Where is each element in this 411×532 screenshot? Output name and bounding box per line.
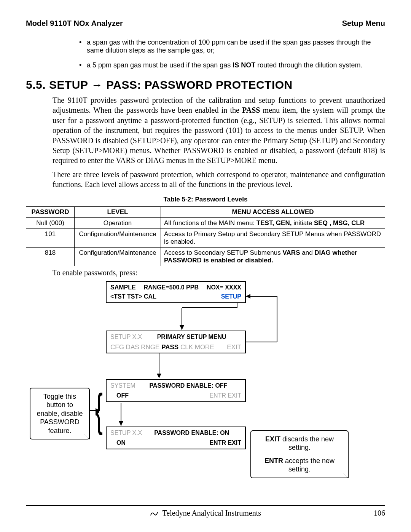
callout-toggle: Toggle this button to enable, disable PA… — [30, 388, 90, 440]
on-button: ON — [116, 439, 126, 446]
page-number: 106 — [374, 509, 385, 518]
password-levels-table: PASSWORD LEVEL MENU ACCESS ALLOWED Null … — [26, 206, 385, 266]
header-right: Setup Menu — [342, 19, 385, 28]
teledyne-logo-icon — [150, 510, 158, 516]
table-caption: Table 5-2: Password Levels — [26, 196, 385, 203]
entr-exit-button: ENTR EXIT — [209, 439, 241, 446]
screen-password-off: SYSTEMPASSWORD ENABLE: OFF OFFENTR EXIT — [106, 379, 246, 402]
screen-password-on: SETUP X.XPASSWORD ENABLE: ON ONENTR EXIT — [106, 427, 246, 449]
table-row: 818 Configuration/Maintenance Access to … — [26, 247, 385, 266]
section-heading: 5.5. SETUP → PASS: PASSWORD PROTECTION — [26, 78, 385, 91]
menu-flow-diagram: SAMPLERANGE=500.0 PPBNOX= XXXX <TST TST>… — [26, 281, 385, 475]
paragraph: The 9110T provides password protection o… — [53, 95, 385, 166]
page-footer: Teledyne Analytical Instruments 106 — [26, 505, 385, 518]
pass-button: PASS — [161, 343, 178, 351]
table-row: 101 Configuration/Maintenance Access to … — [26, 228, 385, 247]
table-header: PASSWORD — [26, 206, 75, 217]
footer-company: Teledyne Analytical Instruments — [162, 509, 261, 517]
paragraph: There are three levels of password prote… — [53, 169, 385, 190]
header-left: Model 9110T NOx Analyzer — [26, 19, 123, 28]
bullet-item: •a 5 ppm span gas must be used if the sp… — [79, 61, 385, 69]
bullet-item: •a span gas with the concentration of 10… — [79, 38, 385, 54]
bullet-text: a span gas with the concentration of 100… — [87, 38, 371, 54]
brace-icon: { — [95, 387, 103, 433]
screen-sample: SAMPLERANGE=500.0 PPBNOX= XXXX <TST TST>… — [106, 281, 246, 303]
table-header: MENU ACCESS ALLOWED — [161, 206, 385, 217]
table-header: LEVEL — [75, 206, 161, 217]
setup-button: SETUP — [221, 293, 241, 300]
bullet-text: a 5 ppm span gas must be used if the spa… — [87, 61, 362, 69]
callout-entr-exit: EXIT discards the new setting. ENTR acce… — [250, 430, 349, 478]
instruction-text: To enable passwords, press: — [53, 268, 385, 277]
off-button: OFF — [116, 392, 129, 399]
table-row: Null (000) Operation All functions of th… — [26, 217, 385, 228]
screen-primary-setup: SETUP X.XPRIMARY SETUP MENU CFG DAS RNGE… — [106, 331, 246, 353]
